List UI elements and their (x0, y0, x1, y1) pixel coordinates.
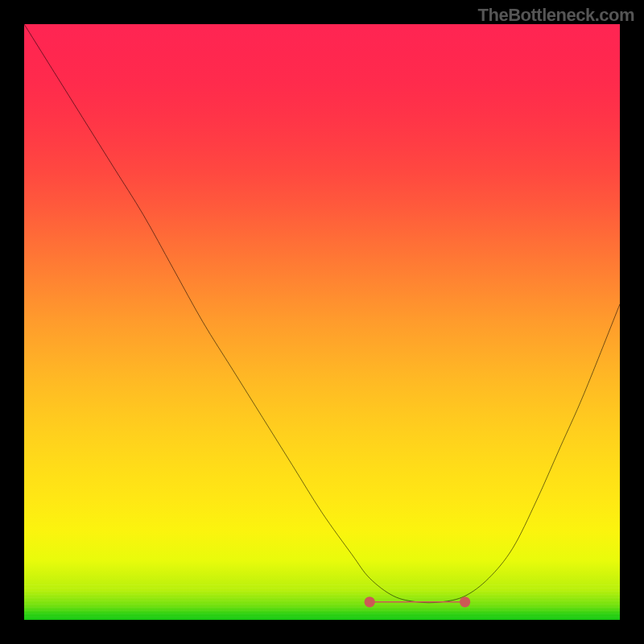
min-end-marker (460, 597, 470, 607)
watermark-label: TheBottleneck.com (478, 5, 634, 26)
curve-path (24, 24, 620, 603)
chart-frame: TheBottleneck.com (0, 0, 644, 644)
min-start-marker (365, 597, 375, 607)
bottleneck-curve (24, 24, 620, 620)
plot-area (24, 24, 620, 620)
